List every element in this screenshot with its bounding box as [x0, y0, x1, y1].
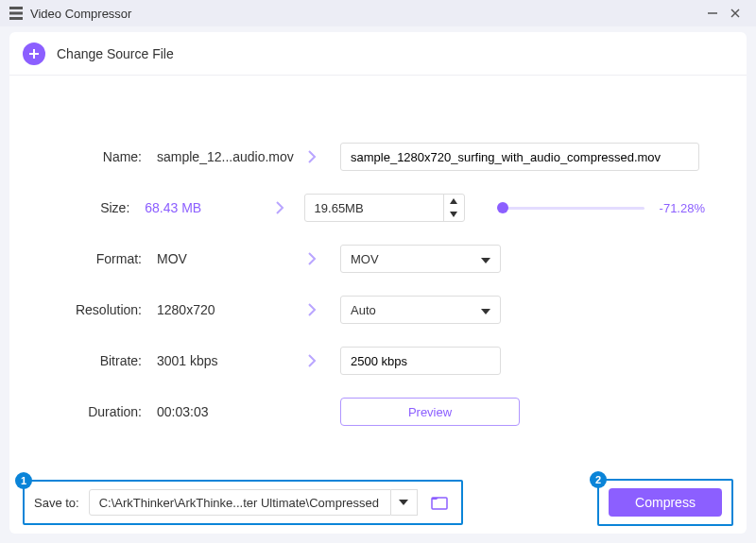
output-name-input[interactable]: [351, 150, 689, 164]
resolution-original: 1280x720: [142, 302, 284, 317]
size-step-up[interactable]: [444, 195, 464, 208]
slider-thumb[interactable]: [497, 202, 508, 213]
svg-marker-9: [450, 212, 457, 217]
resolution-label: Resolution:: [51, 302, 142, 317]
output-name-field[interactable]: [340, 143, 699, 171]
arrow-icon: [284, 303, 340, 316]
compress-button[interactable]: Compress: [609, 488, 722, 517]
svg-marker-11: [481, 309, 490, 314]
size-stepper[interactable]: 19.65MB: [304, 194, 465, 222]
row-resolution: Resolution: 1280x720 Auto: [51, 295, 705, 325]
chevron-down-icon: [481, 254, 490, 263]
close-button[interactable]: [724, 2, 747, 25]
size-step-down[interactable]: [444, 208, 464, 221]
add-source-button[interactable]: [23, 42, 45, 65]
name-original: sample_12...audio.mov: [142, 149, 284, 164]
source-header: Change Source File: [9, 32, 747, 76]
svg-rect-2: [9, 17, 23, 20]
minimize-button[interactable]: [701, 2, 724, 25]
preview-button[interactable]: Preview: [340, 398, 520, 426]
svg-rect-1: [9, 12, 23, 15]
save-path-text: C:\ArkThinker\ArkThinke...ter Ultimate\C…: [99, 496, 379, 510]
save-path-dropdown[interactable]: [391, 489, 418, 516]
titlebar: Video Compressor: [0, 0, 756, 26]
svg-marker-8: [450, 198, 457, 204]
resolution-select[interactable]: Auto: [340, 296, 501, 324]
main-panel: Change Source File Name: sample_12...aud…: [9, 32, 747, 534]
save-to-group: 1 Save to: C:\ArkThinker\ArkThinke...ter…: [23, 480, 463, 525]
duration-label: Duration:: [51, 404, 142, 419]
arrow-icon: [284, 252, 340, 265]
format-label: Format:: [51, 251, 142, 266]
bitrate-label: Bitrate:: [51, 353, 142, 368]
settings-form: Name: sample_12...audio.mov Size: 68.43 …: [9, 76, 747, 471]
svg-marker-10: [481, 258, 490, 263]
step-badge-2: 2: [590, 471, 607, 488]
arrow-icon: [255, 201, 304, 214]
row-name: Name: sample_12...audio.mov: [51, 142, 705, 172]
arrow-icon: [284, 354, 340, 367]
row-duration: Duration: 00:03:03 Preview: [51, 397, 705, 427]
footer: 1 Save to: C:\ArkThinker\ArkThinke...ter…: [9, 471, 747, 534]
format-select[interactable]: MOV: [340, 245, 501, 273]
svg-marker-12: [399, 500, 408, 505]
size-slider[interactable]: -71.28%: [503, 201, 705, 215]
step-badge-1: 1: [15, 472, 32, 489]
save-path-field[interactable]: C:\ArkThinker\ArkThinke...ter Ultimate\C…: [89, 489, 391, 516]
change-source-link[interactable]: Change Source File: [57, 46, 174, 61]
window-title: Video Compressor: [30, 7, 131, 21]
duration-value: 00:03:03: [142, 404, 284, 419]
row-format: Format: MOV MOV: [51, 244, 705, 274]
arrow-icon: [284, 150, 340, 163]
size-label: Size:: [51, 200, 129, 215]
resolution-value: Auto: [351, 303, 376, 317]
bitrate-original: 3001 kbps: [142, 353, 284, 368]
bitrate-input[interactable]: [351, 354, 490, 368]
app-window: Video Compressor Change Source File Name…: [0, 0, 756, 543]
size-original: 68.43 MB: [129, 200, 254, 215]
format-original: MOV: [142, 251, 284, 266]
app-icon: [9, 7, 23, 20]
save-to-label: Save to:: [34, 496, 79, 510]
svg-rect-0: [9, 7, 23, 9]
compress-group: 2 Compress: [597, 479, 733, 526]
row-size: Size: 68.43 MB 19.65MB -71.28%: [51, 193, 705, 223]
name-label: Name:: [51, 149, 142, 164]
row-bitrate: Bitrate: 3001 kbps: [51, 346, 705, 376]
size-reduction: -71.28%: [660, 201, 705, 215]
size-value: 19.65MB: [305, 201, 443, 215]
chevron-down-icon: [481, 305, 490, 314]
format-value: MOV: [351, 252, 379, 266]
bitrate-field[interactable]: [340, 347, 501, 375]
browse-folder-button[interactable]: [427, 490, 452, 515]
